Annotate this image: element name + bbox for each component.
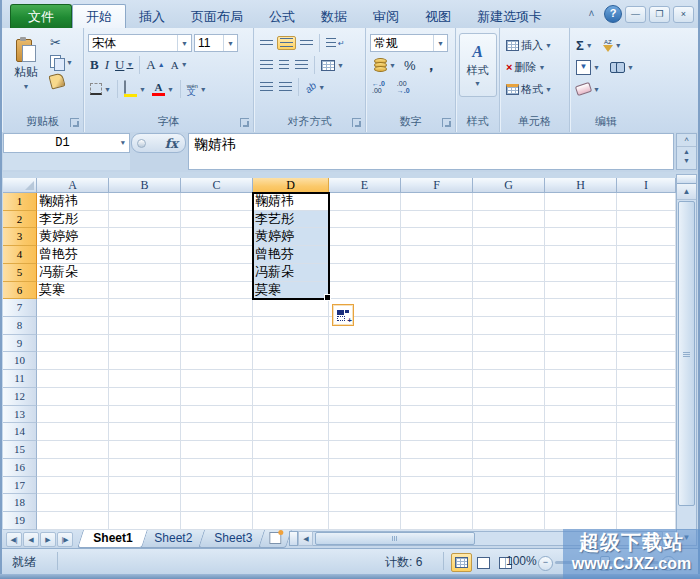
cell-C15[interactable] [181,441,253,459]
cell-F2[interactable] [401,211,473,229]
cell-D5[interactable]: 冯薪朵 [253,264,329,282]
shrink-font-button[interactable]: A▼ [169,58,190,72]
cell-G7[interactable] [473,299,545,317]
percent-style-button[interactable]: % [402,57,418,74]
cell-I6[interactable] [617,282,676,300]
phonetic-guide-button[interactable]: wén文▼ [185,82,209,96]
cell-D8[interactable] [253,317,329,335]
cell-D16[interactable] [253,459,329,477]
cell-F7[interactable] [401,299,473,317]
wrap-text-button[interactable]: ↵ [324,37,347,49]
cell-A15[interactable] [37,441,109,459]
decrease-indent-button[interactable] [258,81,275,93]
cell-D12[interactable] [253,388,329,406]
cell-E19[interactable] [329,512,401,530]
cell-A1[interactable]: 鞠婧祎 [37,193,109,211]
cell-B16[interactable] [109,459,181,477]
cell-I10[interactable] [617,352,676,370]
column-header-D[interactable]: D [253,178,329,193]
cell-F1[interactable] [401,193,473,211]
bottom-align-button[interactable] [298,39,315,47]
cell-D15[interactable] [253,441,329,459]
grow-font-button[interactable]: A▲ [144,56,166,74]
cell-H1[interactable] [545,193,617,211]
cell-H19[interactable] [545,512,617,530]
cell-F4[interactable] [401,246,473,264]
cell-C10[interactable] [181,352,253,370]
cell-I11[interactable] [617,370,676,388]
cell-E14[interactable] [329,423,401,441]
tab-review[interactable]: 审阅 [360,5,412,28]
bold-button[interactable]: B [88,56,101,74]
row-header-17[interactable]: 17 [3,477,37,495]
cell-F14[interactable] [401,423,473,441]
close-button[interactable]: × [673,6,694,23]
cell-A16[interactable] [37,459,109,477]
cell-D2[interactable]: 李艺彤 [253,211,329,229]
cell-C14[interactable] [181,423,253,441]
cell-C6[interactable] [181,282,253,300]
merge-center-button[interactable]: ▼ [319,59,346,72]
decrease-decimal-button[interactable]: .00→.0 [395,79,412,95]
accounting-format-button[interactable]: ▼ [370,57,398,73]
cell-B9[interactable] [109,335,181,353]
column-header-A[interactable]: A [37,178,109,193]
row-header-12[interactable]: 12 [3,388,37,406]
tab-split-handle[interactable] [289,531,298,546]
cell-A12[interactable] [37,388,109,406]
font-size-combo[interactable]: 11▼ [194,34,238,52]
cell-C9[interactable] [181,335,253,353]
cell-H15[interactable] [545,441,617,459]
cell-E1[interactable] [329,193,401,211]
vertical-scrollbar[interactable]: ▲ ▼ [676,174,697,546]
cell-F15[interactable] [401,441,473,459]
cell-C16[interactable] [181,459,253,477]
cell-F16[interactable] [401,459,473,477]
cell-I12[interactable] [617,388,676,406]
format-cells-button[interactable]: 格式▼ [504,81,554,98]
auto-fill-options-button[interactable]: + [332,304,354,326]
horizontal-scroll-thumb[interactable] [315,532,475,545]
clear-button[interactable]: ▼ [574,83,602,95]
cell-E16[interactable] [329,459,401,477]
restore-button[interactable]: ❐ [649,6,670,23]
cut-button[interactable]: ✂ [48,34,75,51]
cell-H11[interactable] [545,370,617,388]
last-sheet-button[interactable]: |▶ [57,532,73,547]
cell-A2[interactable]: 李艺彤 [37,211,109,229]
first-sheet-button[interactable]: ◀| [6,532,22,547]
cell-E3[interactable] [329,228,401,246]
cell-A11[interactable] [37,370,109,388]
row-header-7[interactable]: 7 [3,299,37,317]
cell-D9[interactable] [253,335,329,353]
cell-E12[interactable] [329,388,401,406]
cell-B17[interactable] [109,477,181,495]
cell-H18[interactable] [545,494,617,512]
collapse-ribbon-icon[interactable]: ˄ [582,7,601,22]
cell-H8[interactable] [545,317,617,335]
cell-H7[interactable] [545,299,617,317]
cell-I19[interactable] [617,512,676,530]
row-header-13[interactable]: 13 [3,406,37,424]
cell-E6[interactable] [329,282,401,300]
cell-D13[interactable] [253,406,329,424]
cell-I8[interactable] [617,317,676,335]
resize-dot-icon[interactable] [137,139,146,148]
cell-G10[interactable] [473,352,545,370]
cell-D10[interactable] [253,352,329,370]
cell-B15[interactable] [109,441,181,459]
tab-view[interactable]: 视图 [412,5,464,28]
row-header-16[interactable]: 16 [3,459,37,477]
cell-F8[interactable] [401,317,473,335]
cell-E15[interactable] [329,441,401,459]
insert-worksheet-button[interactable] [259,530,293,548]
row-header-6[interactable]: 6 [3,282,37,300]
align-right-button[interactable] [293,59,310,71]
cell-C18[interactable] [181,494,253,512]
cell-E10[interactable] [329,352,401,370]
scroll-down-icon[interactable]: ▼ [677,156,696,165]
cell-I4[interactable] [617,246,676,264]
cell-I13[interactable] [617,406,676,424]
cell-B10[interactable] [109,352,181,370]
cell-G19[interactable] [473,512,545,530]
